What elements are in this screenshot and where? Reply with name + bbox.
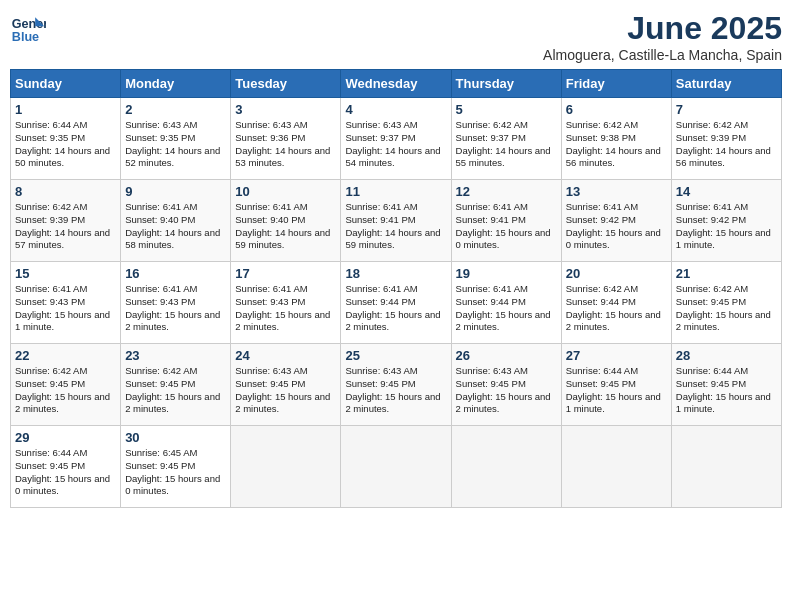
day-info: Sunrise: 6:45 AM Sunset: 9:45 PM Dayligh… xyxy=(125,447,226,498)
day-number: 27 xyxy=(566,348,667,363)
day-number: 3 xyxy=(235,102,336,117)
table-row: 27 Sunrise: 6:44 AM Sunset: 9:45 PM Dayl… xyxy=(561,344,671,426)
column-header-tuesday: Tuesday xyxy=(231,70,341,98)
day-number: 2 xyxy=(125,102,226,117)
day-info: Sunrise: 6:41 AM Sunset: 9:43 PM Dayligh… xyxy=(125,283,226,334)
calendar-subtitle: Almoguera, Castille-La Mancha, Spain xyxy=(543,47,782,63)
table-row: 13 Sunrise: 6:41 AM Sunset: 9:42 PM Dayl… xyxy=(561,180,671,262)
table-row: 19 Sunrise: 6:41 AM Sunset: 9:44 PM Dayl… xyxy=(451,262,561,344)
day-info: Sunrise: 6:41 AM Sunset: 9:41 PM Dayligh… xyxy=(456,201,557,252)
day-number: 30 xyxy=(125,430,226,445)
day-info: Sunrise: 6:42 AM Sunset: 9:39 PM Dayligh… xyxy=(15,201,116,252)
day-info: Sunrise: 6:44 AM Sunset: 9:45 PM Dayligh… xyxy=(676,365,777,416)
day-info: Sunrise: 6:41 AM Sunset: 9:42 PM Dayligh… xyxy=(676,201,777,252)
table-row: 29 Sunrise: 6:44 AM Sunset: 9:45 PM Dayl… xyxy=(11,426,121,508)
column-header-thursday: Thursday xyxy=(451,70,561,98)
day-number: 9 xyxy=(125,184,226,199)
day-info: Sunrise: 6:43 AM Sunset: 9:45 PM Dayligh… xyxy=(345,365,446,416)
day-info: Sunrise: 6:44 AM Sunset: 9:45 PM Dayligh… xyxy=(15,447,116,498)
day-number: 13 xyxy=(566,184,667,199)
column-header-wednesday: Wednesday xyxy=(341,70,451,98)
day-number: 17 xyxy=(235,266,336,281)
day-info: Sunrise: 6:42 AM Sunset: 9:37 PM Dayligh… xyxy=(456,119,557,170)
day-number: 18 xyxy=(345,266,446,281)
table-row: 11 Sunrise: 6:41 AM Sunset: 9:41 PM Dayl… xyxy=(341,180,451,262)
table-row: 21 Sunrise: 6:42 AM Sunset: 9:45 PM Dayl… xyxy=(671,262,781,344)
day-info: Sunrise: 6:41 AM Sunset: 9:42 PM Dayligh… xyxy=(566,201,667,252)
day-info: Sunrise: 6:41 AM Sunset: 9:40 PM Dayligh… xyxy=(125,201,226,252)
day-number: 6 xyxy=(566,102,667,117)
table-row: 12 Sunrise: 6:41 AM Sunset: 9:41 PM Dayl… xyxy=(451,180,561,262)
day-number: 20 xyxy=(566,266,667,281)
day-number: 22 xyxy=(15,348,116,363)
table-row: 2 Sunrise: 6:43 AM Sunset: 9:35 PM Dayli… xyxy=(121,98,231,180)
table-row: 10 Sunrise: 6:41 AM Sunset: 9:40 PM Dayl… xyxy=(231,180,341,262)
day-info: Sunrise: 6:43 AM Sunset: 9:35 PM Dayligh… xyxy=(125,119,226,170)
day-number: 1 xyxy=(15,102,116,117)
day-number: 28 xyxy=(676,348,777,363)
day-info: Sunrise: 6:41 AM Sunset: 9:40 PM Dayligh… xyxy=(235,201,336,252)
day-info: Sunrise: 6:42 AM Sunset: 9:38 PM Dayligh… xyxy=(566,119,667,170)
day-number: 19 xyxy=(456,266,557,281)
logo-icon: General Blue xyxy=(10,10,46,46)
day-number: 23 xyxy=(125,348,226,363)
table-row: 23 Sunrise: 6:42 AM Sunset: 9:45 PM Dayl… xyxy=(121,344,231,426)
table-row xyxy=(561,426,671,508)
table-row: 1 Sunrise: 6:44 AM Sunset: 9:35 PM Dayli… xyxy=(11,98,121,180)
day-number: 11 xyxy=(345,184,446,199)
day-number: 16 xyxy=(125,266,226,281)
day-number: 15 xyxy=(15,266,116,281)
day-info: Sunrise: 6:41 AM Sunset: 9:44 PM Dayligh… xyxy=(345,283,446,334)
day-number: 26 xyxy=(456,348,557,363)
day-info: Sunrise: 6:41 AM Sunset: 9:44 PM Dayligh… xyxy=(456,283,557,334)
table-row: 22 Sunrise: 6:42 AM Sunset: 9:45 PM Dayl… xyxy=(11,344,121,426)
table-row xyxy=(671,426,781,508)
day-info: Sunrise: 6:43 AM Sunset: 9:37 PM Dayligh… xyxy=(345,119,446,170)
day-info: Sunrise: 6:43 AM Sunset: 9:36 PM Dayligh… xyxy=(235,119,336,170)
day-number: 4 xyxy=(345,102,446,117)
day-number: 10 xyxy=(235,184,336,199)
table-row: 5 Sunrise: 6:42 AM Sunset: 9:37 PM Dayli… xyxy=(451,98,561,180)
table-row: 17 Sunrise: 6:41 AM Sunset: 9:43 PM Dayl… xyxy=(231,262,341,344)
table-row xyxy=(231,426,341,508)
day-number: 8 xyxy=(15,184,116,199)
calendar-title: June 2025 xyxy=(543,10,782,47)
day-info: Sunrise: 6:44 AM Sunset: 9:35 PM Dayligh… xyxy=(15,119,116,170)
day-number: 12 xyxy=(456,184,557,199)
table-row: 8 Sunrise: 6:42 AM Sunset: 9:39 PM Dayli… xyxy=(11,180,121,262)
day-info: Sunrise: 6:42 AM Sunset: 9:45 PM Dayligh… xyxy=(15,365,116,416)
day-number: 24 xyxy=(235,348,336,363)
day-info: Sunrise: 6:41 AM Sunset: 9:41 PM Dayligh… xyxy=(345,201,446,252)
column-header-friday: Friday xyxy=(561,70,671,98)
table-row: 7 Sunrise: 6:42 AM Sunset: 9:39 PM Dayli… xyxy=(671,98,781,180)
table-row: 18 Sunrise: 6:41 AM Sunset: 9:44 PM Dayl… xyxy=(341,262,451,344)
table-row: 14 Sunrise: 6:41 AM Sunset: 9:42 PM Dayl… xyxy=(671,180,781,262)
table-row: 24 Sunrise: 6:43 AM Sunset: 9:45 PM Dayl… xyxy=(231,344,341,426)
table-row: 6 Sunrise: 6:42 AM Sunset: 9:38 PM Dayli… xyxy=(561,98,671,180)
day-info: Sunrise: 6:42 AM Sunset: 9:44 PM Dayligh… xyxy=(566,283,667,334)
column-header-monday: Monday xyxy=(121,70,231,98)
day-number: 29 xyxy=(15,430,116,445)
day-info: Sunrise: 6:44 AM Sunset: 9:45 PM Dayligh… xyxy=(566,365,667,416)
table-row: 4 Sunrise: 6:43 AM Sunset: 9:37 PM Dayli… xyxy=(341,98,451,180)
day-info: Sunrise: 6:42 AM Sunset: 9:45 PM Dayligh… xyxy=(125,365,226,416)
day-info: Sunrise: 6:41 AM Sunset: 9:43 PM Dayligh… xyxy=(15,283,116,334)
table-row: 9 Sunrise: 6:41 AM Sunset: 9:40 PM Dayli… xyxy=(121,180,231,262)
day-number: 21 xyxy=(676,266,777,281)
day-number: 7 xyxy=(676,102,777,117)
day-info: Sunrise: 6:43 AM Sunset: 9:45 PM Dayligh… xyxy=(456,365,557,416)
svg-text:Blue: Blue xyxy=(12,30,39,44)
table-row: 30 Sunrise: 6:45 AM Sunset: 9:45 PM Dayl… xyxy=(121,426,231,508)
logo: General Blue xyxy=(10,10,46,46)
day-info: Sunrise: 6:43 AM Sunset: 9:45 PM Dayligh… xyxy=(235,365,336,416)
day-info: Sunrise: 6:41 AM Sunset: 9:43 PM Dayligh… xyxy=(235,283,336,334)
table-row: 25 Sunrise: 6:43 AM Sunset: 9:45 PM Dayl… xyxy=(341,344,451,426)
table-row: 15 Sunrise: 6:41 AM Sunset: 9:43 PM Dayl… xyxy=(11,262,121,344)
table-row: 3 Sunrise: 6:43 AM Sunset: 9:36 PM Dayli… xyxy=(231,98,341,180)
table-row xyxy=(451,426,561,508)
table-row: 28 Sunrise: 6:44 AM Sunset: 9:45 PM Dayl… xyxy=(671,344,781,426)
calendar-table: SundayMondayTuesdayWednesdayThursdayFrid… xyxy=(10,69,782,508)
table-row: 26 Sunrise: 6:43 AM Sunset: 9:45 PM Dayl… xyxy=(451,344,561,426)
day-info: Sunrise: 6:42 AM Sunset: 9:45 PM Dayligh… xyxy=(676,283,777,334)
table-row xyxy=(341,426,451,508)
